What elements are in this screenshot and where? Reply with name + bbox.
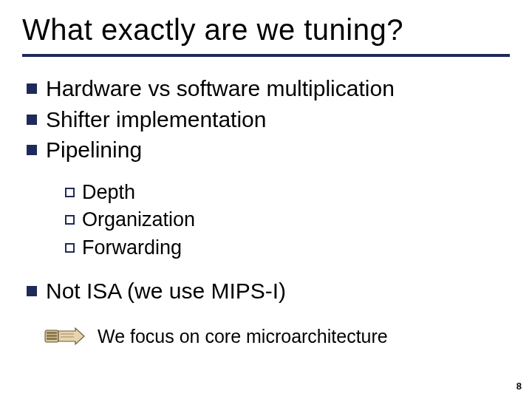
subbullet-organization: Organization [65, 208, 510, 233]
subbullet-forwarding: Forwarding [65, 236, 510, 261]
svg-rect-3 [47, 338, 57, 340]
pointing-hand-icon [44, 324, 86, 349]
hollow-square-bullet-icon [65, 215, 75, 225]
svg-rect-1 [47, 332, 57, 334]
slide-title: What exactly are we tuning? [22, 13, 510, 47]
bullet-not-isa: Not ISA (we use MIPS-I) [27, 277, 510, 305]
bullet-text: Not ISA (we use MIPS-I) [46, 277, 286, 305]
bullet-text: Shifter implementation [46, 106, 266, 134]
callout-row: We focus on core microarchitecture [44, 324, 510, 349]
callout-text: We focus on core microarchitecture [98, 326, 388, 347]
page-number: 8 [516, 381, 522, 392]
bullet-text: Forwarding [82, 236, 182, 261]
bullet-text: Depth [82, 180, 135, 205]
svg-rect-2 [47, 335, 57, 337]
subbullet-depth: Depth [65, 180, 510, 205]
hollow-square-bullet-icon [65, 243, 75, 253]
bullet-hardware-vs-software: Hardware vs software multiplication [27, 75, 510, 103]
square-bullet-icon [27, 286, 37, 296]
bullet-text: Organization [82, 208, 195, 233]
bullet-shifter: Shifter implementation [27, 106, 510, 134]
square-bullet-icon [27, 145, 37, 155]
hollow-square-bullet-icon [65, 188, 75, 197]
title-rule [22, 54, 510, 57]
bullet-text: Hardware vs software multiplication [46, 75, 395, 103]
bullet-pipelining: Pipelining [27, 136, 510, 164]
square-bullet-icon [27, 115, 37, 125]
bullet-text: Pipelining [46, 136, 142, 164]
square-bullet-icon [27, 83, 37, 94]
